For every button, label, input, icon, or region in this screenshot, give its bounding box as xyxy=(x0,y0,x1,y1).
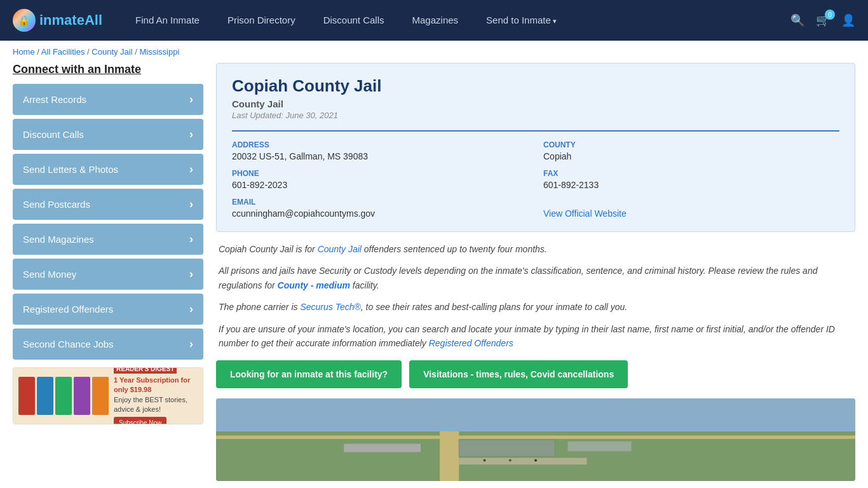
find-inmate-button[interactable]: Looking for an inmate at this facility? xyxy=(216,360,402,388)
svg-rect-2 xyxy=(216,436,855,439)
nav-discount-calls[interactable]: Discount Calls xyxy=(309,0,398,41)
address-label: ADDRESS xyxy=(232,140,528,149)
svg-point-8 xyxy=(484,459,486,462)
logo: 🔒 inmateAll xyxy=(13,9,102,32)
sidebar-ad: READER'S DIGEST 1 Year Subscription for … xyxy=(13,367,203,424)
sidebar-title: Connect with an Inmate xyxy=(13,63,203,76)
facility-type: County Jail xyxy=(232,98,839,109)
ad-content: READER'S DIGEST 1 Year Subscription for … xyxy=(114,367,198,424)
registered-offenders-link[interactable]: Registered Offenders xyxy=(429,338,513,348)
svg-point-9 xyxy=(509,459,512,462)
fax-label: FAX xyxy=(543,169,839,178)
svg-rect-4 xyxy=(459,440,555,456)
sidebar-btn-send-magazines[interactable]: Send Magazines › xyxy=(13,224,203,255)
ad-brand: READER'S DIGEST xyxy=(114,367,177,374)
ad-books xyxy=(18,377,109,415)
ad-book-1 xyxy=(18,377,35,415)
nav-magazines[interactable]: Magazines xyxy=(398,0,473,41)
ad-book-2 xyxy=(37,377,53,415)
sidebar-btn-registered-offenders[interactable]: Registered Offenders › xyxy=(13,294,203,325)
nav-send-to-inmate[interactable]: Send to Inmate xyxy=(472,0,571,41)
arrow-icon: › xyxy=(189,268,193,281)
ad-book-3 xyxy=(55,377,72,415)
county-value: Copiah xyxy=(543,151,839,161)
view-official-website-link[interactable]: View Official Website xyxy=(543,208,627,219)
facility-name: Copiah County Jail xyxy=(232,76,839,96)
nav-icons: 🔍 🛒 0 👤 xyxy=(790,13,855,27)
action-buttons: Looking for an inmate at this facility? … xyxy=(216,360,855,388)
website-spacer xyxy=(543,198,839,207)
facility-description: Copiah County Jail is for County Jail of… xyxy=(216,242,855,350)
breadcrumb-home[interactable]: Home xyxy=(13,47,35,57)
website-item: View Official Website xyxy=(543,198,839,219)
logo-text: inmateAll xyxy=(39,12,102,29)
nav-find-inmate[interactable]: Find An Inmate xyxy=(121,0,214,41)
arrow-icon: › xyxy=(189,128,193,141)
ad-book-4 xyxy=(74,377,90,415)
email-label: EMAIL xyxy=(232,198,528,207)
website-link-wrapper: View Official Website xyxy=(543,208,839,219)
email-item: EMAIL ccunningham@copiahcountyms.gov xyxy=(232,198,528,219)
user-icon[interactable]: 👤 xyxy=(841,13,855,27)
visitations-button[interactable]: Visitations - times, rules, Covid cancel… xyxy=(409,360,628,388)
desc-para1: Copiah County Jail is for County Jail of… xyxy=(219,242,853,256)
svg-point-10 xyxy=(534,459,537,462)
arrow-icon: › xyxy=(189,163,193,176)
nav-prison-directory[interactable]: Prison Directory xyxy=(214,0,309,41)
desc-para4: If you are unsure of your inmate's locat… xyxy=(219,322,853,351)
sidebar-btn-send-money[interactable]: Send Money › xyxy=(13,259,203,290)
ad-promo-text: 1 Year Subscription for only $19.98 Enjo… xyxy=(114,376,198,415)
sidebar: Connect with an Inmate Arrest Records › … xyxy=(13,63,203,481)
phone-label: PHONE xyxy=(232,169,528,178)
sidebar-btn-discount-calls[interactable]: Discount Calls › xyxy=(13,119,203,150)
breadcrumb-all-facilities[interactable]: All Facilities xyxy=(41,47,85,57)
aerial-svg xyxy=(216,398,855,481)
phone-value: 601-892-2023 xyxy=(232,180,528,190)
svg-rect-0 xyxy=(216,398,855,431)
breadcrumb-county-jail[interactable]: County Jail xyxy=(92,47,132,57)
main-container: Connect with an Inmate Arrest Records › … xyxy=(0,63,868,488)
fax-value: 601-892-2133 xyxy=(543,180,839,190)
cart-icon[interactable]: 🛒 0 xyxy=(816,13,830,27)
ad-book-5 xyxy=(92,377,109,415)
facility-card: Copiah County Jail County Jail Last Upda… xyxy=(216,63,855,232)
arrow-icon: › xyxy=(189,233,193,246)
facility-info-grid: ADDRESS 20032 US-51, Gallman, MS 39083 C… xyxy=(232,130,839,219)
breadcrumb-mississippi[interactable]: Mississippi xyxy=(139,47,179,57)
desc-para3: The phone carrier is Securus Tech®, to s… xyxy=(219,300,853,314)
desc-para2: All prisons and jails have Security or C… xyxy=(219,264,853,292)
ad-subscribe-button[interactable]: Subscribe Now xyxy=(114,417,166,424)
cart-badge: 0 xyxy=(825,10,835,20)
sidebar-btn-second-chance-jobs[interactable]: Second Chance Jobs › xyxy=(13,329,203,360)
arrow-icon: › xyxy=(189,93,193,106)
sidebar-btn-send-letters[interactable]: Send Letters & Photos › xyxy=(13,154,203,185)
content-area: Copiah County Jail County Jail Last Upda… xyxy=(216,63,855,481)
arrow-icon: › xyxy=(189,302,193,316)
securus-tech-link[interactable]: Securus Tech® xyxy=(300,302,360,312)
header: 🔒 inmateAll Find An Inmate Prison Direct… xyxy=(0,0,868,41)
fax-item: FAX 601-892-2133 xyxy=(543,169,839,190)
breadcrumb: Home / All Facilities / County Jail / Mi… xyxy=(0,41,868,63)
county-medium-link[interactable]: County - medium xyxy=(278,280,350,290)
svg-rect-5 xyxy=(567,442,632,452)
svg-rect-7 xyxy=(459,458,587,464)
sidebar-btn-send-postcards[interactable]: Send Postcards › xyxy=(13,189,203,220)
arrow-icon: › xyxy=(189,198,193,211)
arrow-icon: › xyxy=(189,337,193,351)
logo-icon: 🔒 xyxy=(13,9,36,32)
county-jail-link-1[interactable]: County Jail xyxy=(318,244,362,254)
address-item: ADDRESS 20032 US-51, Gallman, MS 39083 xyxy=(232,140,528,161)
address-value: 20032 US-51, Gallman, MS 39083 xyxy=(232,151,528,161)
county-item: COUNTY Copiah xyxy=(543,140,839,161)
sidebar-btn-arrest-records[interactable]: Arrest Records › xyxy=(13,84,203,115)
svg-rect-3 xyxy=(440,431,459,481)
aerial-image xyxy=(216,398,855,481)
main-nav: Find An Inmate Prison Directory Discount… xyxy=(121,0,790,41)
search-icon[interactable]: 🔍 xyxy=(790,13,804,27)
county-label: COUNTY xyxy=(543,140,839,149)
svg-rect-6 xyxy=(344,444,421,452)
facility-last-updated: Last Updated: June 30, 2021 xyxy=(232,111,839,120)
email-value: ccunningham@copiahcountyms.gov xyxy=(232,208,528,219)
phone-item: PHONE 601-892-2023 xyxy=(232,169,528,190)
